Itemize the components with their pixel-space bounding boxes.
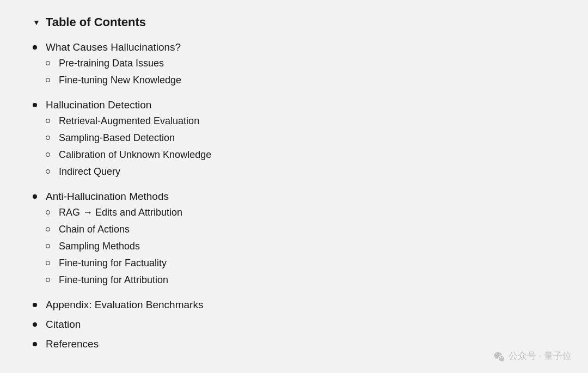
toc-subitem-label[interactable]: Pre-training Data Issues [59,58,164,69]
list-item: Pre-training Data Issues [46,58,181,69]
toc-item-label[interactable]: Appendix: Evaluation Benchmarks [46,299,203,310]
bullet-dot-icon [33,45,37,50]
list-item: RAG → Edits and Attribution [46,207,182,218]
toc-subitem-label[interactable]: Indirect Query [59,166,120,178]
toc-item-label[interactable]: Hallucination Detection [46,99,151,111]
toc-subitem-label[interactable]: Fine-tuning for Attribution [59,274,168,286]
wechat-icon [493,350,505,362]
sub-list: Retrieval-Augmented Evaluation Sampling-… [46,115,211,178]
list-item: References [33,338,555,350]
sub-list: RAG → Edits and Attribution Chain of Act… [46,207,182,286]
watermark: 公众号 · 量子位 [493,350,572,362]
list-item: Fine-tuning New Knowledge [46,75,181,86]
toc-subitem-label[interactable]: Calibration of Unknown Knowledge [59,149,211,161]
toc-subitem-label[interactable]: Fine-tuning for Factuality [59,258,167,269]
toc-header: ▼ Table of Contents [33,15,555,29]
list-item: Sampling-Based Detection [46,132,211,144]
list-item: Anti-Hallucination Methods RAG → Edits a… [33,191,555,291]
toc-item-label[interactable]: Citation [46,319,81,330]
bullet-dot-icon [33,103,37,107]
list-item: Sampling Methods [46,241,182,252]
toc-item-label[interactable]: Anti-Hallucination Methods [46,191,169,202]
toc-title: Table of Contents [46,15,146,29]
circle-dot-icon [46,61,50,65]
list-item: Appendix: Evaluation Benchmarks [33,299,555,311]
bullet-dot-icon [33,194,37,199]
toc-container: ▼ Table of Contents What Causes Hallucin… [0,0,588,373]
toc-subitem-label[interactable]: Chain of Actions [59,224,130,235]
circle-dot-icon [46,152,50,157]
sub-list: Pre-training Data Issues Fine-tuning New… [46,58,181,86]
toc-subitem-label[interactable]: Retrieval-Augmented Evaluation [59,115,199,127]
toc-subitem-label[interactable]: RAG → Edits and Attribution [59,207,182,218]
list-item: Fine-tuning for Attribution [46,274,182,286]
list-item: Retrieval-Augmented Evaluation [46,115,211,127]
list-item: Indirect Query [46,166,211,178]
toc-subitem-label[interactable]: Fine-tuning New Knowledge [59,75,181,86]
watermark-text: 公众号 · 量子位 [509,350,572,362]
list-item: What Causes Hallucinations? Pre-training… [33,41,555,91]
toc-subitem-label[interactable]: Sampling Methods [59,241,140,252]
bullet-dot-icon [33,322,37,327]
circle-dot-icon [46,278,50,282]
toc-item-label[interactable]: What Causes Hallucinations? [46,41,181,53]
circle-dot-icon [46,244,50,248]
circle-dot-icon [46,261,50,265]
circle-dot-icon [46,136,50,140]
toc-item-label[interactable]: References [46,338,99,350]
toc-list: What Causes Hallucinations? Pre-training… [33,41,555,350]
toc-subitem-label[interactable]: Sampling-Based Detection [59,132,175,144]
circle-dot-icon [46,119,50,123]
bullet-dot-icon [33,342,37,346]
circle-dot-icon [46,78,50,82]
list-item: Citation [33,319,555,331]
circle-dot-icon [46,169,50,174]
list-item: Chain of Actions [46,224,182,235]
collapse-triangle-icon[interactable]: ▼ [33,18,40,27]
list-item: Calibration of Unknown Knowledge [46,149,211,161]
circle-dot-icon [46,227,50,231]
list-item: Hallucination Detection Retrieval-Augmen… [33,99,555,183]
bullet-dot-icon [33,303,37,307]
circle-dot-icon [46,210,50,215]
list-item: Fine-tuning for Factuality [46,258,182,269]
